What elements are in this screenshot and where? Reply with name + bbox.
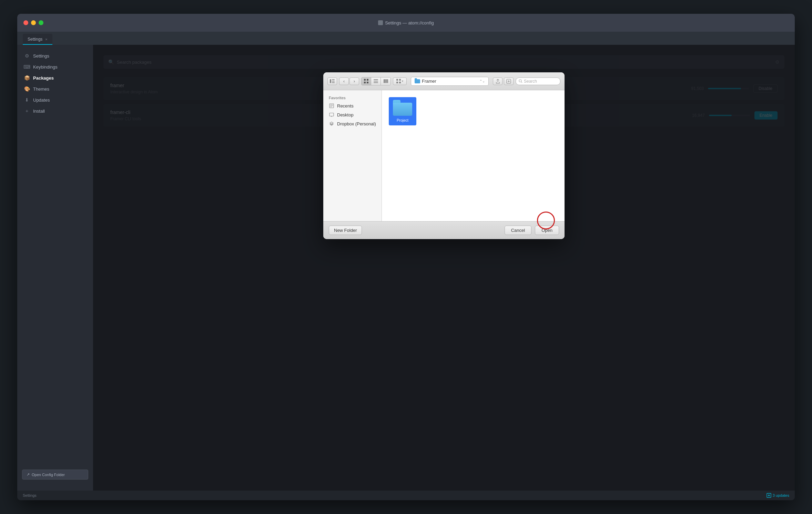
favorites-label: Favorites — [323, 94, 382, 101]
favorites-desktop[interactable]: Desktop — [323, 110, 382, 119]
view-icons-button[interactable] — [362, 78, 371, 85]
statusbar: Settings 3 updates — [17, 491, 795, 500]
svg-rect-6 — [364, 82, 366, 83]
statusbar-left: Settings — [23, 493, 37, 497]
svg-rect-16 — [396, 82, 398, 83]
svg-rect-21 — [329, 113, 334, 116]
sidebar-item-keybindings[interactable]: ⌨ Keybindings — [17, 61, 93, 72]
cancel-button[interactable]: Cancel — [505, 226, 531, 235]
packages-icon: 📦 — [24, 75, 30, 81]
file-area: Project — [382, 90, 565, 221]
window-icon — [378, 20, 383, 25]
svg-rect-11 — [384, 79, 385, 83]
view-columns-button[interactable] — [381, 78, 390, 85]
sidebar-bottom: ↗ Open Config Folder — [17, 464, 93, 485]
file-label-project: Project — [395, 118, 410, 123]
atom-window: Settings — atom://config Settings × ⚙ Se… — [17, 14, 795, 500]
action-buttons — [493, 78, 514, 85]
svg-rect-12 — [385, 79, 387, 83]
new-folder-button[interactable]: New Folder — [329, 226, 362, 235]
svg-rect-8 — [374, 79, 378, 80]
folder-image — [393, 100, 412, 116]
share-button[interactable] — [493, 78, 503, 85]
view-toggle-group — [361, 77, 391, 85]
favorites-sidebar: Favorites Recents — [323, 90, 382, 221]
close-button[interactable] — [23, 20, 28, 25]
content-area: 🔍 Search packages ⚙ framer Interactive d… — [93, 45, 795, 491]
themes-icon: 🎨 — [24, 86, 30, 92]
dialog-search-box[interactable]: Search — [516, 78, 560, 85]
maximize-button[interactable] — [39, 20, 43, 25]
svg-rect-15 — [399, 79, 401, 81]
file-dialog: ‹ › — [323, 72, 565, 239]
settings-icon: ⚙ — [24, 53, 30, 59]
location-chevron-icon: ⌃⌄ — [479, 79, 485, 83]
open-config-button[interactable]: ↗ Open Config Folder — [22, 470, 88, 480]
location-text: Framer — [415, 79, 436, 84]
gallery-chevron-icon: ▾ — [402, 80, 403, 83]
tab-label: Settings — [28, 37, 42, 42]
open-button[interactable]: Open — [535, 226, 559, 235]
tab-settings[interactable]: Settings × — [23, 34, 52, 45]
view-list-button[interactable] — [371, 78, 381, 85]
sidebar-item-themes[interactable]: 🎨 Themes — [17, 83, 93, 94]
minimize-button[interactable] — [31, 20, 36, 25]
open-config-icon: ↗ — [27, 472, 30, 477]
desktop-icon — [329, 112, 334, 117]
dialog-toolbar: ‹ › — [323, 72, 565, 90]
sidebar-item-packages[interactable]: 📦 Packages — [17, 72, 93, 83]
dialog-overlay: ‹ › — [93, 45, 795, 491]
install-icon: + — [24, 108, 30, 114]
sidebar: ⚙ Settings ⌨ Keybindings 📦 Packages 🎨 Th… — [17, 45, 93, 491]
nav-buttons: ‹ › — [339, 78, 359, 85]
view-gallery-button[interactable]: ▾ — [393, 78, 407, 85]
sidebar-item-install[interactable]: + Install — [17, 105, 93, 116]
svg-rect-10 — [374, 82, 378, 83]
traffic-lights — [23, 20, 43, 25]
tag-button[interactable] — [504, 78, 514, 85]
svg-rect-14 — [396, 79, 398, 81]
dialog-footer: New Folder Cancel Open — [323, 221, 565, 239]
recents-icon — [329, 103, 334, 109]
svg-rect-2 — [332, 81, 335, 82]
svg-rect-5 — [367, 79, 368, 81]
forward-icon: › — [354, 79, 355, 84]
dialog-search-placeholder: Search — [524, 79, 537, 84]
dialog-body: Favorites Recents — [323, 90, 565, 221]
favorites-recents[interactable]: Recents — [323, 101, 382, 110]
back-icon: ‹ — [343, 79, 345, 84]
forward-button[interactable]: › — [349, 78, 359, 85]
titlebar: Settings — atom://config — [17, 14, 795, 32]
back-button[interactable]: ‹ — [339, 78, 349, 85]
svg-rect-0 — [330, 79, 331, 83]
sidebar-toggle-button[interactable] — [327, 78, 337, 85]
folder-icon — [415, 79, 420, 83]
location-breadcrumb[interactable]: Framer ⌃⌄ — [411, 77, 489, 86]
svg-rect-1 — [332, 79, 335, 80]
dropbox-icon — [329, 121, 334, 126]
open-button-wrapper: Open — [535, 226, 559, 235]
sidebar-item-updates[interactable]: ⬇ Updates — [17, 94, 93, 105]
dialog-action-buttons: Cancel Open — [505, 226, 559, 235]
svg-rect-7 — [367, 82, 368, 83]
sidebar-item-settings[interactable]: ⚙ Settings — [17, 50, 93, 61]
svg-point-19 — [519, 80, 521, 82]
window-title: Settings — atom://config — [378, 20, 434, 25]
file-item-project[interactable]: Project — [389, 97, 416, 125]
tabbar: Settings × — [17, 32, 795, 45]
svg-rect-17 — [399, 82, 401, 83]
folder-body — [393, 103, 412, 116]
svg-rect-3 — [332, 82, 335, 83]
favorites-dropbox[interactable]: Dropbox (Personal) — [323, 119, 382, 128]
svg-rect-13 — [387, 79, 388, 83]
main-area: ⚙ Settings ⌨ Keybindings 📦 Packages 🎨 Th… — [17, 45, 795, 491]
svg-rect-4 — [364, 79, 366, 81]
updates-icon: ⬇ — [24, 97, 30, 103]
keybindings-icon: ⌨ — [24, 64, 30, 70]
statusbar-updates[interactable]: 3 updates — [767, 493, 789, 498]
svg-rect-9 — [374, 81, 378, 82]
tab-close-button[interactable]: × — [45, 37, 47, 41]
